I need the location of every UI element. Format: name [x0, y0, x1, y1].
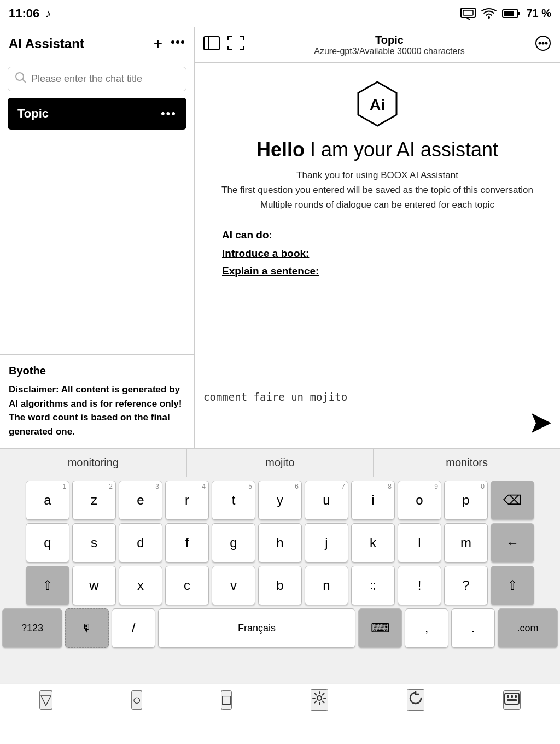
main-layout: AI Assistant + Topic •••: [0, 27, 560, 448]
search-box[interactable]: [8, 67, 186, 91]
nav-home-button[interactable]: ○: [131, 690, 142, 710]
key-period[interactable]: .: [451, 608, 495, 648]
music-icon: ♪: [45, 7, 51, 21]
key-slash[interactable]: /: [112, 608, 155, 648]
key-x[interactable]: x: [119, 566, 162, 605]
suggestion-1[interactable]: mojito: [187, 449, 374, 477]
key-g[interactable]: g: [212, 523, 255, 563]
suggestion-0[interactable]: monitoring: [0, 449, 187, 477]
nav-keyboard-button[interactable]: [503, 690, 521, 710]
svg-rect-23: [507, 695, 509, 698]
key-b[interactable]: b: [258, 566, 302, 605]
send-button[interactable]: [532, 413, 551, 437]
byothe-label: Byothe: [9, 365, 185, 377]
ai-logo: Ai: [353, 79, 402, 128]
key-row-2: q s d f g h j k l m ←: [2, 523, 558, 563]
status-left: 11:06 ♪: [9, 7, 51, 21]
svg-text:Ai: Ai: [370, 96, 385, 113]
add-chat-button[interactable]: +: [154, 35, 162, 52]
key-h[interactable]: h: [258, 523, 302, 563]
key-z[interactable]: 2z: [72, 481, 116, 520]
key-comma[interactable]: ,: [405, 608, 448, 648]
right-panel: Topic Azure-gpt3/Available 30000 charact…: [195, 27, 560, 448]
svg-point-8: [176, 40, 179, 44]
input-area: comment faire un mojito: [195, 383, 560, 448]
search-input[interactable]: [31, 73, 179, 85]
key-i[interactable]: 8i: [351, 481, 395, 520]
nav-back-button[interactable]: ▽: [39, 690, 52, 710]
left-panel: AI Assistant + Topic •••: [0, 27, 195, 448]
keyboard-area: monitoring mojito monitors 1a 2z 3e 4r 5…: [0, 448, 560, 683]
key-r[interactable]: 4r: [165, 481, 209, 520]
search-icon: [15, 72, 27, 86]
explain-sentence-link[interactable]: Explain a sentence:: [222, 265, 538, 277]
header-topic-label: Topic: [244, 34, 535, 46]
key-row-4: ?123 🎙 / Français ⌨ , . .com: [2, 608, 558, 648]
expand-icon: [228, 36, 244, 50]
topic-item-dots[interactable]: •••: [161, 107, 177, 121]
chat-menu-button[interactable]: [535, 35, 551, 55]
svg-rect-26: [507, 699, 517, 701]
nav-refresh-button[interactable]: [407, 689, 424, 711]
key-n[interactable]: n: [305, 566, 348, 605]
status-right: 71 %: [460, 7, 551, 20]
svg-rect-12: [204, 37, 219, 50]
key-dotcom[interactable]: .com: [498, 608, 558, 648]
hello-bold: Hello: [256, 138, 305, 161]
introduce-book-link[interactable]: Introduce a book:: [222, 248, 538, 260]
key-mic[interactable]: 🎙: [65, 608, 109, 648]
topic-item-label: Topic: [18, 107, 49, 121]
key-q[interactable]: q: [26, 523, 69, 563]
svg-rect-5: [504, 11, 514, 16]
key-exclaim[interactable]: !: [398, 566, 441, 605]
key-space[interactable]: Français: [158, 608, 355, 648]
settings-icon: [312, 690, 327, 706]
chat-input[interactable]: comment faire un mojito: [203, 391, 532, 435]
key-w[interactable]: w: [72, 566, 116, 605]
key-l[interactable]: l: [398, 523, 441, 563]
key-a[interactable]: 1a: [26, 481, 69, 520]
key-s[interactable]: s: [72, 523, 116, 563]
key-f[interactable]: f: [165, 523, 209, 563]
key-e[interactable]: 3e: [119, 481, 162, 520]
key-shift-left[interactable]: ⇧: [26, 566, 69, 605]
key-o[interactable]: 9o: [398, 481, 441, 520]
key-keyboard[interactable]: ⌨: [358, 608, 402, 648]
key-u[interactable]: 7u: [305, 481, 348, 520]
key-numbers[interactable]: ?123: [2, 608, 62, 648]
suggestion-2[interactable]: monitors: [374, 449, 560, 477]
key-m[interactable]: m: [444, 523, 488, 563]
keys-area: 1a 2z 3e 4r 5t 6y 7u 8i 9o 0p ⌫ q s d f …: [0, 477, 560, 654]
svg-rect-6: [518, 12, 520, 15]
expand-button[interactable]: [228, 36, 244, 54]
key-enter[interactable]: ←: [491, 523, 534, 563]
key-question[interactable]: ?: [444, 566, 488, 605]
more-options-button[interactable]: [170, 34, 185, 53]
disclaimer-text: Disclaimer: All content is generated by …: [9, 383, 185, 438]
key-t[interactable]: 5t: [212, 481, 255, 520]
welcome-line1: Thank you for using BOOX AI Assistant: [221, 168, 533, 183]
key-j[interactable]: j: [305, 523, 348, 563]
key-row-1: 1a 2z 3e 4r 5t 6y 7u 8i 9o 0p ⌫: [2, 481, 558, 520]
panel-toggle-button[interactable]: [203, 36, 220, 54]
key-colon-semi[interactable]: :;: [351, 566, 395, 605]
key-c[interactable]: c: [165, 566, 209, 605]
key-v[interactable]: v: [212, 566, 255, 605]
chat-area: Ai Hello I am your AI assistant Thank yo…: [195, 63, 560, 383]
ai-can-do-section: AI can do: Introduce a book: Explain a s…: [217, 229, 538, 283]
nav-settings-button[interactable]: [311, 689, 328, 711]
key-d[interactable]: d: [119, 523, 162, 563]
key-y[interactable]: 6y: [258, 481, 302, 520]
bottom-nav: ▽ ○ □: [0, 683, 560, 716]
hello-line: Hello I am your AI assistant: [256, 138, 498, 161]
key-backspace[interactable]: ⌫: [491, 481, 534, 520]
header-icons: +: [154, 34, 185, 53]
key-p[interactable]: 0p: [444, 481, 488, 520]
topic-list-item[interactable]: Topic •••: [8, 98, 186, 130]
svg-point-21: [317, 696, 322, 700]
key-k[interactable]: k: [351, 523, 395, 563]
nav-recents-button[interactable]: □: [221, 690, 232, 710]
send-icon: [532, 413, 551, 433]
status-bar: 11:06 ♪ 71 %: [0, 0, 560, 27]
key-shift-right[interactable]: ⇧: [491, 566, 534, 605]
